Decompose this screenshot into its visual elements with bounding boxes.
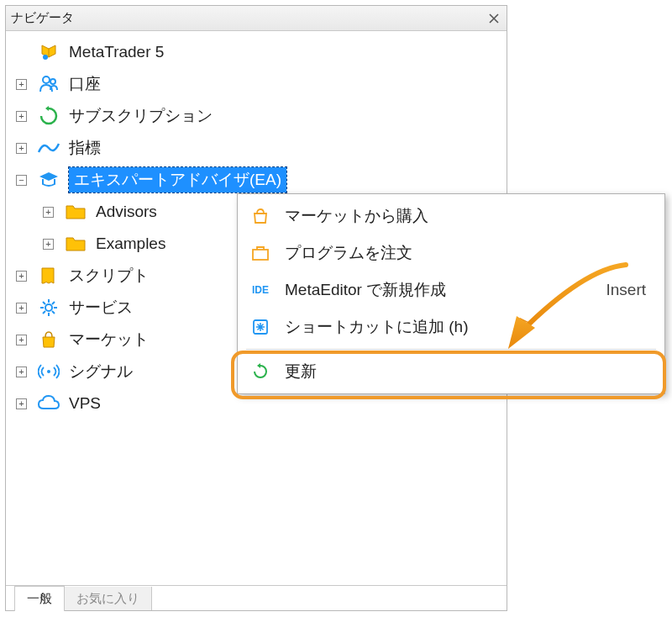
svg-point-3 bbox=[45, 304, 52, 311]
close-button[interactable] bbox=[486, 11, 501, 26]
expander-plus[interactable]: + bbox=[16, 111, 27, 122]
expander-plus[interactable]: + bbox=[16, 143, 27, 154]
signal-icon bbox=[37, 360, 60, 383]
tab-bar: 一般 お気に入り bbox=[6, 585, 507, 610]
menu-metaeditor-new[interactable]: IDE MetaEditor で新規作成 Insert bbox=[238, 272, 664, 308]
tab-label: 一般 bbox=[27, 591, 52, 607]
menu-shortcut: Insert bbox=[606, 281, 653, 299]
tree-label: サービス bbox=[69, 297, 133, 319]
svg-point-4 bbox=[47, 370, 50, 373]
tree-label: スクリプト bbox=[69, 265, 149, 287]
panel-title: ナビゲータ bbox=[11, 10, 486, 26]
tree-label: Examples bbox=[96, 235, 165, 253]
panel-title-bar: ナビゲータ bbox=[6, 6, 507, 31]
expert-icon bbox=[37, 168, 60, 192]
menu-refresh[interactable]: 更新 bbox=[238, 353, 664, 390]
tree-label: サブスクリプション bbox=[69, 105, 213, 127]
tree-label-selected: エキスパートアドバイザ(EA) bbox=[69, 167, 286, 192]
menu-buy-market[interactable]: マーケットから購入 bbox=[238, 198, 664, 235]
tree-account[interactable]: + 口座 bbox=[9, 68, 503, 100]
mt5-icon bbox=[37, 40, 60, 64]
tab-general[interactable]: 一般 bbox=[14, 586, 65, 611]
menu-add-shortcut[interactable]: ショートカットに追加 (h) bbox=[238, 308, 664, 345]
menu-label: MetaEditor で新規作成 bbox=[285, 279, 606, 301]
svg-point-2 bbox=[50, 79, 55, 84]
ide-icon: IDE bbox=[249, 279, 271, 301]
expander-plus[interactable]: + bbox=[16, 398, 27, 409]
script-icon bbox=[37, 264, 60, 287]
tree-root[interactable]: MetaTrader 5 bbox=[9, 36, 503, 68]
expander-none bbox=[16, 47, 27, 58]
expander-plus[interactable]: + bbox=[43, 239, 54, 250]
tree-label: シグナル bbox=[69, 361, 133, 382]
tree-subscription[interactable]: + サブスクリプション bbox=[9, 100, 503, 132]
expander-plus[interactable]: + bbox=[43, 207, 54, 218]
expander-plus[interactable]: + bbox=[16, 335, 27, 345]
tree-label: 口座 bbox=[69, 73, 101, 95]
menu-separator bbox=[246, 349, 656, 350]
expander-plus[interactable]: + bbox=[16, 79, 27, 90]
bag-icon bbox=[249, 205, 271, 227]
expander-plus[interactable]: + bbox=[16, 303, 27, 314]
svg-point-1 bbox=[43, 76, 50, 83]
folder-icon bbox=[64, 232, 87, 256]
tab-favorites[interactable]: お気に入り bbox=[65, 587, 152, 610]
cloud-icon bbox=[37, 392, 60, 415]
asterisk-icon bbox=[249, 316, 271, 338]
accounts-icon bbox=[37, 72, 60, 96]
tree-label: VPS bbox=[69, 394, 101, 413]
briefcase-icon bbox=[249, 242, 271, 264]
svg-point-0 bbox=[43, 55, 48, 60]
market-icon bbox=[37, 328, 60, 351]
expander-plus[interactable]: + bbox=[16, 271, 27, 282]
folder-icon bbox=[64, 200, 87, 224]
menu-label: 更新 bbox=[285, 361, 653, 382]
indicator-icon bbox=[37, 136, 60, 160]
tree-label: 指標 bbox=[69, 137, 101, 159]
tree-indicators[interactable]: + 指標 bbox=[9, 132, 503, 164]
gear-icon bbox=[37, 296, 60, 319]
expander-minus[interactable]: − bbox=[16, 175, 27, 186]
tab-label: お気に入り bbox=[76, 591, 139, 607]
tree-label: MetaTrader 5 bbox=[69, 43, 164, 61]
menu-label: プログラムを注文 bbox=[285, 242, 653, 264]
refresh-icon bbox=[249, 361, 271, 382]
menu-order-program[interactable]: プログラムを注文 bbox=[238, 235, 664, 272]
refresh-icon bbox=[37, 104, 60, 128]
menu-label: マーケットから購入 bbox=[285, 205, 653, 227]
tree-label: Advisors bbox=[96, 203, 157, 221]
tree-label: マーケット bbox=[69, 329, 149, 351]
menu-label: ショートカットに追加 (h) bbox=[285, 316, 653, 338]
context-menu: マーケットから購入 プログラムを注文 IDE MetaEditor で新規作成 … bbox=[237, 193, 665, 394]
svg-rect-5 bbox=[253, 250, 268, 260]
expander-plus[interactable]: + bbox=[16, 367, 27, 377]
tree-expert-advisors[interactable]: − エキスパートアドバイザ(EA) bbox=[9, 164, 503, 196]
